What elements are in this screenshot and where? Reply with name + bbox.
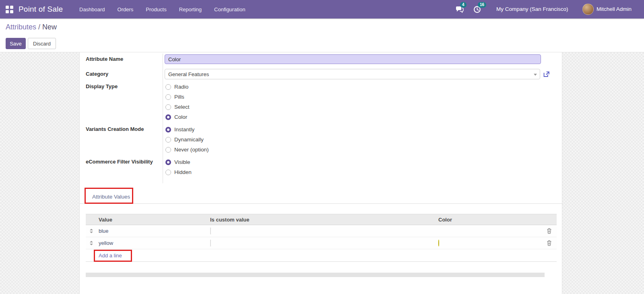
is-custom-checkbox[interactable] bbox=[210, 240, 211, 246]
value-cell[interactable]: blue bbox=[97, 228, 208, 234]
ecommerce-visibility-radio-group: Visible Hidden bbox=[165, 157, 192, 177]
color-swatch[interactable] bbox=[438, 240, 439, 246]
grid-cell bbox=[6, 10, 9, 13]
radio-option-select[interactable]: Select bbox=[165, 102, 190, 112]
is-custom-column-header[interactable]: Is custom value bbox=[208, 217, 436, 223]
add-a-line-link[interactable]: Add a line bbox=[99, 253, 122, 259]
table-row[interactable]: yellow bbox=[86, 237, 557, 249]
bottom-placeholder-bar bbox=[86, 273, 545, 277]
radio-option-never[interactable]: Never (option) bbox=[165, 145, 209, 155]
category-input[interactable] bbox=[165, 69, 540, 79]
radio-option-hidden[interactable]: Hidden bbox=[165, 167, 192, 177]
radio-option-visible[interactable]: Visible bbox=[165, 157, 192, 167]
radio-option-instantly[interactable]: Instantly bbox=[165, 124, 209, 135]
ecommerce-visibility-label: eCommerce Filter Visibility bbox=[86, 159, 153, 165]
radio-icon[interactable] bbox=[165, 147, 171, 153]
radio-option-label: Visible bbox=[174, 159, 190, 165]
navbar-menus: Dashboard Orders Products Reporting Conf… bbox=[79, 0, 245, 19]
radio-icon-selected[interactable] bbox=[165, 114, 171, 120]
messages-button[interactable]: 4 bbox=[456, 0, 464, 19]
radio-option-label: Color bbox=[174, 114, 187, 120]
breadcrumb-separator: / bbox=[38, 23, 40, 31]
caret-down-icon[interactable] bbox=[534, 74, 537, 76]
table-row[interactable]: blue bbox=[86, 225, 557, 237]
radio-option-label: Dynamically bbox=[174, 137, 204, 143]
save-button[interactable]: Save bbox=[6, 38, 26, 49]
app-title[interactable]: Point of Sale bbox=[19, 0, 63, 19]
label-field-divider bbox=[163, 54, 163, 183]
value-cell[interactable]: yellow bbox=[97, 240, 208, 246]
radio-option-label: Radio bbox=[174, 84, 188, 90]
radio-icon-selected[interactable] bbox=[165, 159, 171, 165]
grid-cell bbox=[6, 6, 9, 9]
content-area: Attribute Name Category Display Type Rad… bbox=[0, 52, 644, 294]
radio-icon[interactable] bbox=[165, 94, 171, 100]
top-navbar: Point of Sale Dashboard Orders Products … bbox=[0, 0, 644, 19]
radio-option-label: Hidden bbox=[174, 169, 192, 175]
menu-orders[interactable]: Orders bbox=[118, 6, 134, 12]
display-type-label: Display Type bbox=[86, 83, 118, 89]
form-sheet: Attribute Name Category Display Type Rad… bbox=[79, 52, 562, 294]
grid-cell bbox=[10, 6, 13, 9]
radio-option-label: Never (option) bbox=[174, 147, 209, 153]
radio-icon-selected[interactable] bbox=[165, 127, 171, 133]
radio-option-radio[interactable]: Radio bbox=[165, 82, 190, 92]
attribute-name-label: Attribute Name bbox=[86, 56, 123, 62]
radio-option-dynamically[interactable]: Dynamically bbox=[165, 135, 209, 145]
breadcrumb-attributes[interactable]: Attributes bbox=[6, 23, 36, 31]
value-column-header[interactable]: Value bbox=[97, 217, 208, 223]
discard-button[interactable]: Discard bbox=[28, 38, 56, 49]
radio-option-label: Select bbox=[174, 104, 190, 110]
category-label: Category bbox=[86, 71, 108, 77]
radio-option-pills[interactable]: Pills bbox=[165, 92, 190, 102]
attribute-values-table: Value Is custom value Color blue bbox=[86, 214, 557, 262]
variants-mode-radio-group: Instantly Dynamically Never (option) bbox=[165, 124, 209, 155]
external-link-icon[interactable] bbox=[543, 70, 550, 78]
menu-reporting[interactable]: Reporting bbox=[179, 6, 202, 12]
apps-grid-icon[interactable] bbox=[6, 6, 13, 13]
tab-attribute-values[interactable]: Attribute Values bbox=[92, 194, 130, 200]
color-column-header[interactable]: Color bbox=[436, 217, 542, 223]
messages-badge: 4 bbox=[460, 2, 466, 8]
trash-icon bbox=[547, 228, 552, 234]
user-menu[interactable]: Mitchell Admin bbox=[597, 0, 632, 19]
radio-icon[interactable] bbox=[165, 137, 171, 143]
variants-mode-label: Variants Creation Mode bbox=[86, 126, 144, 132]
radio-icon[interactable] bbox=[165, 170, 171, 175]
delete-row-button[interactable] bbox=[547, 240, 552, 246]
radio-icon[interactable] bbox=[165, 104, 171, 110]
menu-dashboard[interactable]: Dashboard bbox=[79, 6, 105, 12]
radio-option-label: Instantly bbox=[174, 126, 194, 133]
activities-badge: 16 bbox=[478, 2, 486, 8]
company-switcher[interactable]: My Company (San Francisco) bbox=[496, 0, 568, 19]
user-avatar[interactable] bbox=[582, 4, 594, 15]
delete-row-button[interactable] bbox=[547, 228, 552, 234]
breadcrumb: Attributes / New bbox=[6, 23, 57, 31]
grid-cell bbox=[10, 10, 13, 13]
radio-option-color[interactable]: Color bbox=[165, 112, 190, 122]
attribute-name-input[interactable] bbox=[165, 54, 541, 64]
is-custom-checkbox[interactable] bbox=[210, 228, 211, 234]
control-panel: Attributes / New Save Discard bbox=[0, 19, 644, 52]
radio-option-label: Pills bbox=[174, 94, 184, 100]
activities-button[interactable]: 16 bbox=[473, 0, 481, 19]
add-line-row: Add a line bbox=[86, 249, 557, 262]
odoo-window: Point of Sale Dashboard Orders Products … bbox=[0, 0, 644, 294]
tabs-divider bbox=[80, 203, 563, 204]
menu-products[interactable]: Products bbox=[146, 6, 166, 12]
display-type-radio-group: Radio Pills Select Color bbox=[165, 82, 190, 122]
trash-icon bbox=[547, 240, 552, 246]
table-header-row: Value Is custom value Color bbox=[86, 214, 557, 225]
drag-handle-icon[interactable] bbox=[90, 241, 93, 245]
breadcrumb-new: New bbox=[42, 23, 57, 31]
drag-handle-icon[interactable] bbox=[90, 229, 93, 233]
menu-configuration[interactable]: Configuration bbox=[214, 6, 245, 12]
radio-icon[interactable] bbox=[165, 84, 171, 90]
